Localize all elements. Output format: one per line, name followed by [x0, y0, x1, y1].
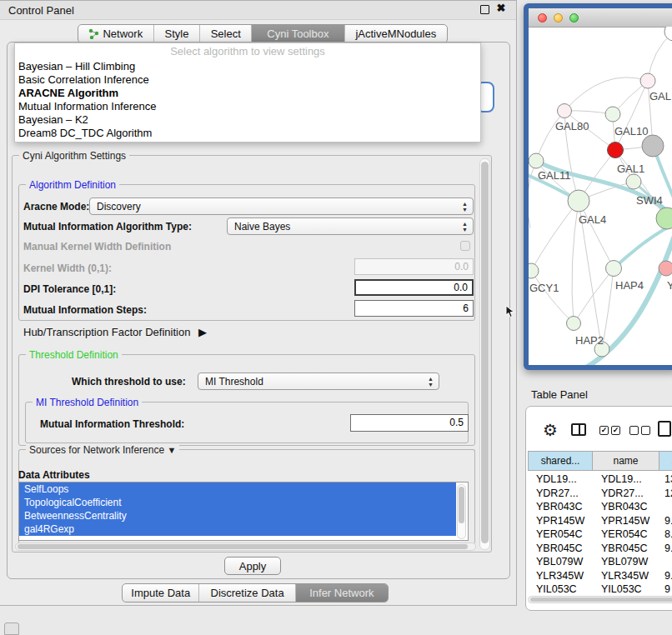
- table-cell: 12: [664, 488, 672, 499]
- control-panel-titlebar: Control Panel ✖: [0, 1, 516, 20]
- table-cell: YBR045C: [536, 542, 583, 554]
- network-icon: [88, 28, 99, 39]
- algorithm-option[interactable]: Mutual Information Inference: [18, 100, 477, 113]
- deselect-all-icon[interactable]: [641, 426, 650, 435]
- column-header-shared[interactable]: shared...: [528, 451, 593, 471]
- settings-vertical-scrollbar[interactable]: [479, 158, 490, 550]
- table-cell: 9: [664, 583, 670, 595]
- new-table-icon[interactable]: [658, 421, 671, 437]
- tab-jactivemnodules[interactable]: jActiveMNodules: [345, 25, 447, 42]
- network-window-titlebar: [529, 8, 672, 28]
- screenshot-root: { "control_panel": { "title": "Control P…: [0, 0, 672, 635]
- network-canvas[interactable]: GAL GAL80 GAL10 GAL1 GAL11 SWI4 GAL4 GCY…: [529, 27, 672, 365]
- minimize-traffic-light-icon[interactable]: [554, 13, 563, 22]
- tab-impute-data[interactable]: Impute Data: [123, 584, 199, 602]
- settings-horizontal-scrollbar[interactable]: [15, 542, 476, 551]
- tab-infer-network[interactable]: Infer Network: [296, 584, 388, 602]
- close-window-icon[interactable]: ✖: [496, 3, 506, 13]
- mi-threshold-field[interactable]: 0.5: [350, 414, 469, 432]
- node-pink-top[interactable]: [640, 73, 655, 88]
- mi-type-value: Naive Bayes: [234, 221, 290, 232]
- algorithm-option[interactable]: Bayesian – Hill Climbing: [18, 60, 477, 73]
- table-column-partial-values[interactable]: 1312 9.8.9. 9.9: [664, 472, 672, 597]
- column-header-name[interactable]: name: [593, 451, 659, 471]
- table-horizontal-scrollbar[interactable]: [528, 596, 672, 603]
- attribute-item[interactable]: gal4RGexp: [19, 522, 456, 536]
- algorithm-option-selected[interactable]: ARACNE Algorithm: [18, 87, 477, 100]
- table-panel-title: Table Panel: [531, 388, 588, 401]
- node-gal80[interactable]: [558, 104, 572, 118]
- tab-network[interactable]: Network: [78, 25, 154, 42]
- select-all-checked-icon[interactable]: ✓: [599, 426, 609, 435]
- node-gcy1[interactable]: [529, 263, 539, 278]
- table-panel: ⚙ ✓ ✓ shared... name A YDL19...YDR27...Y…: [525, 406, 672, 611]
- table-cell: YDR27...: [601, 488, 644, 499]
- attribute-item[interactable]: BetweennessCentrality: [19, 509, 456, 522]
- aracne-mode-combobox[interactable]: Discovery ▲▼: [89, 198, 474, 215]
- dpi-tolerance-label: DPI Tolerance [0,1]:: [23, 283, 116, 295]
- algorithm-option[interactable]: Bayesian – K2: [18, 113, 477, 127]
- tab-impute-data-label: Impute Data: [131, 587, 190, 599]
- node-label: HAP2: [575, 334, 604, 347]
- mi-type-combobox[interactable]: Naive Bayes ▲▼: [227, 218, 474, 235]
- kernel-width-field[interactable]: 0.0: [354, 258, 474, 275]
- control-panel-window: Control Panel ✖ Network Style Select Cyn…: [0, 0, 517, 606]
- node-gal1-red[interactable]: [608, 142, 624, 158]
- tab-select[interactable]: Select: [200, 25, 252, 42]
- node-label: GAL11: [538, 169, 571, 182]
- close-traffic-light-icon[interactable]: [538, 13, 547, 22]
- spinner-arrows-icon: ▲▼: [428, 376, 434, 388]
- float-window-icon[interactable]: [480, 5, 489, 14]
- table-cell: YLR345W: [536, 570, 584, 582]
- control-panel-title: Control Panel: [8, 4, 74, 17]
- kernel-width-label: Kernel Width (0,1):: [23, 262, 112, 274]
- table-cell: 8.: [664, 528, 672, 540]
- algorithm-option[interactable]: Basic Correlation Inference: [18, 73, 477, 87]
- node-gray[interactable]: [642, 135, 664, 157]
- node-hap2[interactable]: [567, 317, 581, 331]
- node-swi4[interactable]: [626, 174, 641, 189]
- table-column-name-values[interactable]: YDL19...YDR27...YBR043CYPR145WYER054CYBR…: [601, 472, 649, 597]
- node-gal11[interactable]: [529, 153, 544, 168]
- node-salmon[interactable]: [659, 261, 672, 276]
- node-label: GCY1: [529, 282, 559, 294]
- attribute-item[interactable]: SelfLoops: [19, 482, 456, 496]
- select-all-checked-icon[interactable]: ✓: [611, 426, 620, 435]
- chevron-down-icon: ▼: [167, 445, 176, 455]
- deselect-all-icon[interactable]: [629, 426, 639, 435]
- which-threshold-combobox[interactable]: MI Threshold ▲▼: [198, 372, 439, 390]
- bottom-tab-bar: Impute Data Discretize Data Infer Networ…: [122, 583, 389, 602]
- sources-title[interactable]: Sources for Network Inference ▼: [26, 444, 179, 456]
- attributes-list-scrollbar[interactable]: [457, 484, 466, 539]
- node-label: GAL10: [614, 125, 648, 138]
- node-gal10[interactable]: [605, 107, 620, 122]
- collapsed-panel-button[interactable]: [4, 622, 19, 635]
- node-bright-green[interactable]: [656, 208, 672, 229]
- tab-style[interactable]: Style: [154, 25, 201, 42]
- sources-title-label: Sources for Network Inference: [29, 444, 164, 456]
- manual-kernel-checkbox[interactable]: [460, 241, 470, 251]
- spinner-arrows-icon: ▲▼: [462, 201, 468, 212]
- apply-button[interactable]: Apply: [224, 557, 281, 575]
- node-gal4[interactable]: [568, 190, 589, 212]
- attribute-item[interactable]: TopologicalCoefficient: [19, 496, 456, 509]
- algorithm-option[interactable]: Dream8 DC_TDC Algorithm: [18, 127, 477, 140]
- tab-discretize-data[interactable]: Discretize Data: [199, 584, 295, 602]
- tab-network-label: Network: [103, 28, 143, 40]
- node-label: SWI4: [636, 194, 663, 207]
- apply-button-label: Apply: [239, 560, 267, 572]
- columns-icon[interactable]: [571, 423, 586, 436]
- tab-cyni-toolbox[interactable]: Cyni Toolbox: [252, 25, 344, 42]
- gear-icon[interactable]: ⚙: [543, 420, 558, 440]
- hub-definition-toggle[interactable]: Hub/Transcription Factor Definition ▶: [23, 326, 207, 338]
- node-hap4[interactable]: [606, 261, 622, 277]
- tab-select-label: Select: [211, 28, 241, 40]
- column-header-partial[interactable]: A: [659, 451, 672, 471]
- dpi-tolerance-field[interactable]: 0.0: [354, 279, 474, 296]
- zoom-traffic-light-icon[interactable]: [569, 13, 579, 22]
- table-column-shared-values[interactable]: YDL19...YDR27...YBR043CYPR145WYER054CYBR…: [536, 472, 584, 597]
- node-label: GAL80: [555, 120, 589, 132]
- aracne-mode-value: Discovery: [97, 201, 141, 212]
- mi-steps-field[interactable]: 6: [354, 300, 474, 317]
- node-partial-topright[interactable]: [664, 27, 672, 41]
